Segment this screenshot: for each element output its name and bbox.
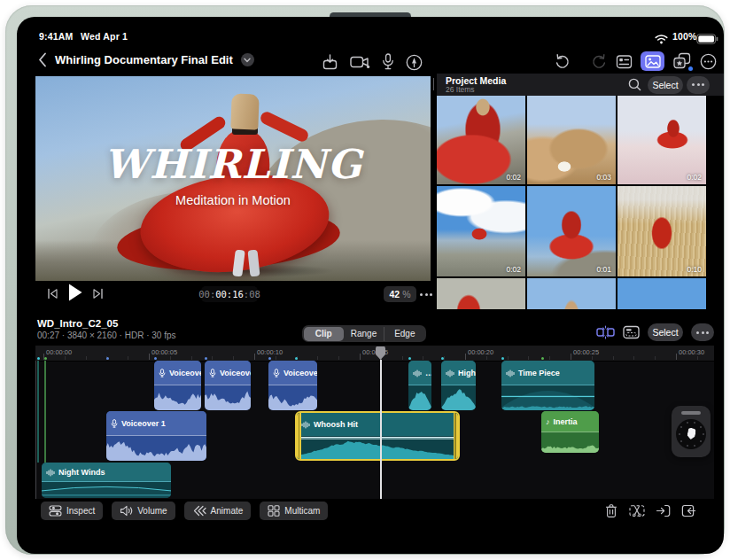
jog-tick (679, 433, 680, 435)
mic-icon[interactable] (382, 53, 394, 71)
jog-pointer (687, 427, 696, 439)
timecode-display[interactable]: 00:00:16:08 (201, 286, 258, 302)
mic-icon (159, 369, 166, 377)
clip-waveform (268, 385, 317, 410)
timeline-clip-voiceover-3[interactable]: Voiceover 3 (268, 361, 317, 410)
trim-handle-right[interactable] (454, 413, 458, 459)
media-panel-title: Project Media (446, 76, 506, 86)
media-thumbnail-golden-reeds[interactable]: 0:10 (617, 186, 706, 276)
timeline-select-button[interactable]: Select (648, 323, 683, 341)
clip-label: ♪Inertia (541, 411, 599, 432)
clip-name: Inertia (554, 417, 578, 426)
import-icon[interactable] (322, 53, 338, 71)
media-select-button[interactable]: Select (648, 76, 683, 94)
storyline-icon[interactable] (623, 325, 640, 339)
media-thumbnail-salt-flat[interactable]: 0:02 (617, 96, 706, 184)
clip-name: Time Piece (518, 369, 560, 377)
connect-clips-icon[interactable] (596, 325, 615, 339)
viewer-more-button[interactable] (420, 286, 432, 302)
clip-name: Whoosh Hit (314, 420, 358, 429)
jog-dial[interactable] (676, 419, 706, 449)
media-browser-icon[interactable] (641, 51, 664, 71)
play-button[interactable] (67, 283, 83, 306)
volume-button[interactable]: Volume (112, 502, 175, 520)
media-thumbnail-badlands-red[interactable] (437, 278, 525, 309)
blade-icon[interactable] (629, 503, 645, 522)
append-clip-icon[interactable] (656, 503, 671, 522)
timeline-clip-whoosh-hit[interactable]: Whoosh Hit (295, 411, 460, 461)
wave-icon (413, 369, 422, 377)
ruler-tick (571, 354, 571, 360)
note-icon: ♪ (546, 418, 550, 426)
clip-name: Voiceover 1 (121, 419, 166, 428)
ruler-timecode-label: 00:00:05 (151, 348, 177, 356)
wave-icon (446, 369, 454, 377)
clip-marker-dot (541, 357, 544, 360)
clip-name: Voiceover 2 (220, 369, 251, 377)
effects-icon[interactable] (672, 52, 692, 70)
ruler-timecode-label: 00:00:00 (46, 348, 72, 356)
ruler-timecode-label: 00:00:10 (257, 348, 283, 356)
wifi-icon (655, 32, 668, 48)
overwrite-clip-icon[interactable] (681, 503, 696, 522)
ruler-timecode-label: 00:00:30 (679, 348, 704, 356)
screen: 9:41AM Wed Apr 1 100% Whirling Documenta… (17, 17, 724, 554)
skip-back-icon[interactable] (47, 287, 58, 303)
segment-edge[interactable]: Edge (384, 327, 424, 341)
media-thumbnail-clouds-badlands[interactable]: 0:02 (437, 186, 525, 276)
button-label: Animate (211, 506, 244, 516)
undo-icon[interactable] (554, 53, 571, 70)
index-icon[interactable] (616, 53, 633, 70)
chevron-down-icon[interactable] (241, 53, 254, 66)
clip-marker-dot (408, 357, 411, 360)
wave-icon (301, 421, 310, 429)
trim-handle-left[interactable] (297, 413, 301, 459)
segment-range[interactable]: Range (344, 327, 384, 341)
media-thumbnail-sky-clouds[interactable] (617, 278, 706, 309)
media-thumbnail-tall-hat[interactable] (527, 278, 616, 309)
ruler-tick (254, 354, 255, 360)
multicam-icon (268, 505, 280, 517)
animate-button[interactable]: Animate (184, 502, 252, 520)
jog-grip[interactable] (681, 411, 701, 415)
clip-label: Voiceover 2 (205, 361, 251, 385)
mic-icon (209, 369, 216, 377)
timeline-clip-night-winds[interactable]: Night Winds (42, 463, 171, 498)
media-thumbnail-dervish-closeup[interactable]: 0:02 (437, 96, 525, 184)
multicam-button[interactable]: Multicam (260, 502, 328, 520)
project-title-menu[interactable]: Whirling Documentary Final Edit (38, 52, 254, 67)
battery-percent: 100% (672, 31, 697, 42)
timeline-clip-inertia[interactable]: ♪Inertia (541, 411, 599, 453)
jog-tick (703, 433, 704, 435)
timeline-more-button[interactable] (691, 323, 714, 341)
timeline-clip-voiceover-1[interactable]: Voiceover 1 (106, 411, 206, 461)
jog-wheel[interactable] (672, 406, 711, 457)
trash-icon[interactable] (604, 503, 618, 522)
viewer[interactable]: WHIRLING Meditation in Motion (35, 76, 431, 281)
timeline-clip-voiceover-2[interactable]: Voiceover 2 (205, 361, 251, 410)
viewer-zoom-control[interactable]: 42 % (384, 286, 416, 302)
button-label: Volume (137, 506, 167, 516)
timeline-clip-high-[interactable]: High… (441, 361, 476, 410)
media-more-button[interactable] (687, 76, 710, 94)
timeline-clip--[interactable]: … (408, 361, 431, 410)
inspect-button[interactable]: Inspect (41, 502, 103, 520)
media-panel-header: Project Media 26 Items Select (437, 74, 724, 96)
pencil-icon[interactable] (406, 54, 423, 71)
timeline-start-edge (35, 361, 36, 499)
camera-icon[interactable] (350, 54, 370, 70)
media-thumbnail-desert-rocks[interactable]: 0:03 (527, 96, 616, 184)
more-icon[interactable] (700, 53, 717, 70)
timeline-clip-voiceover-2[interactable]: Voiceover 2 (154, 361, 201, 410)
media-thumbnail-spin-blue-sky[interactable]: 0:01 (527, 186, 616, 276)
timeline-clip-time-piece[interactable]: Time Piece (501, 361, 594, 410)
skip-forward-icon[interactable] (92, 287, 104, 303)
timeline-ruler[interactable]: 00:00:0000:00:0500:00:1000:00:1500:00:20… (35, 346, 714, 362)
video-overlay-title: WHIRLING (35, 141, 431, 188)
redo-icon[interactable] (591, 53, 608, 70)
segment-clip[interactable]: Clip (304, 327, 344, 341)
search-icon[interactable] (628, 78, 641, 95)
edit-mode-segmented-control[interactable]: ClipRangeEdge (302, 325, 426, 342)
clip-name: Voiceover 2 (169, 369, 201, 377)
clip-marker-dot (44, 357, 47, 360)
